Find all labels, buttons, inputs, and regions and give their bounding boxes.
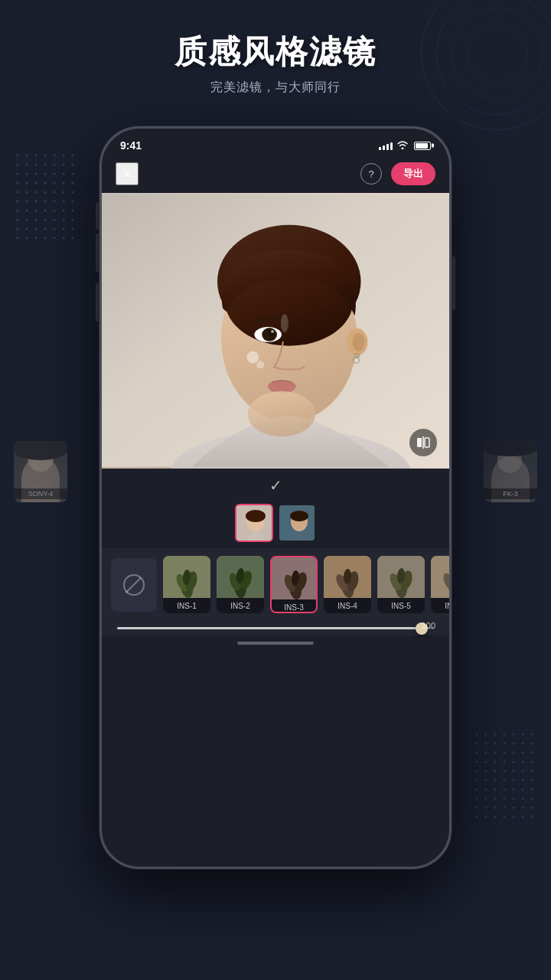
- svg-rect-23: [425, 438, 429, 447]
- app-header: × ? 导出: [102, 158, 449, 193]
- top-section: 质感风格滤镜 完美滤镜，与大师同行: [0, 31, 551, 96]
- filters-scroll: INS-1 INS-2: [102, 556, 449, 613]
- home-indicator: [102, 635, 449, 654]
- filter-ins2[interactable]: INS-2: [217, 556, 264, 613]
- portrait-illustration: [102, 193, 449, 469]
- compare-icon[interactable]: [409, 429, 437, 456]
- filter-ins6-label: INS-6: [431, 598, 449, 613]
- volume-down-button: [96, 283, 99, 322]
- phone-mockup: 9:41: [99, 126, 452, 869]
- filter-ins1-label: INS-1: [163, 598, 210, 613]
- svg-point-17: [271, 330, 274, 333]
- signal-icon: [379, 141, 393, 150]
- export-button[interactable]: 导出: [391, 162, 435, 185]
- filter-ins2-label: INS-2: [217, 598, 264, 613]
- svg-point-27: [246, 510, 266, 522]
- filter-ins3[interactable]: INS-3: [270, 556, 318, 613]
- thumbnails-row: [102, 499, 449, 548]
- phone-frame: 9:41: [99, 126, 452, 869]
- filters-panel: INS-1 INS-2: [102, 548, 449, 618]
- home-bar: [237, 642, 314, 645]
- slider-area: 100: [102, 618, 449, 635]
- filter-ins4-label: INS-4: [324, 598, 371, 613]
- volume-up-button: [96, 234, 99, 272]
- filter-ins5-label: INS-5: [377, 598, 425, 613]
- filter-ins3-label: INS-3: [272, 599, 316, 613]
- filter-ins5[interactable]: INS-5: [377, 556, 425, 613]
- filter-ins6[interactable]: INS-6: [431, 556, 449, 613]
- svg-point-20: [281, 314, 289, 332]
- thumbnail-2[interactable]: [278, 504, 316, 542]
- main-title: 质感风格滤镜: [0, 31, 551, 74]
- close-button[interactable]: ×: [116, 162, 139, 185]
- silent-button: [96, 203, 99, 230]
- phone-screen: 9:41: [102, 129, 449, 867]
- check-icon[interactable]: ✓: [269, 476, 282, 495]
- side-label-left: SONY-4: [14, 488, 67, 499]
- svg-rect-3: [474, 732, 536, 824]
- help-button[interactable]: ?: [360, 163, 382, 185]
- svg-rect-1: [15, 153, 77, 245]
- status-bar: 9:41: [102, 129, 449, 158]
- check-area: ✓: [102, 469, 449, 499]
- slider-container: 100: [117, 627, 434, 629]
- power-button: [452, 256, 455, 310]
- slider-value: 100: [422, 621, 435, 630]
- photo-area: [102, 193, 449, 469]
- side-preview-left: SONY-4: [14, 441, 67, 502]
- slider-track[interactable]: [117, 627, 434, 629]
- svg-point-30: [290, 511, 308, 521]
- slider-fill: [117, 627, 418, 629]
- status-icons: [379, 140, 431, 152]
- svg-point-18: [246, 351, 259, 364]
- battery-icon: [414, 142, 431, 150]
- subtitle: 完美滤镜，与大师同行: [0, 80, 551, 96]
- filter-ins1[interactable]: INS-1: [163, 556, 210, 613]
- filter-ins4[interactable]: INS-4: [324, 556, 371, 613]
- filter-none[interactable]: [111, 558, 157, 612]
- svg-point-11: [353, 333, 365, 351]
- side-label-right: FK-3: [484, 488, 537, 499]
- svg-point-19: [256, 361, 264, 368]
- svg-point-21: [247, 391, 315, 436]
- status-time: 9:41: [120, 139, 142, 152]
- thumbnail-1[interactable]: [235, 504, 273, 542]
- svg-rect-22: [417, 438, 422, 447]
- side-preview-right: FK-3: [484, 441, 537, 502]
- wifi-icon: [396, 140, 409, 152]
- header-right: ? 导出: [360, 162, 435, 185]
